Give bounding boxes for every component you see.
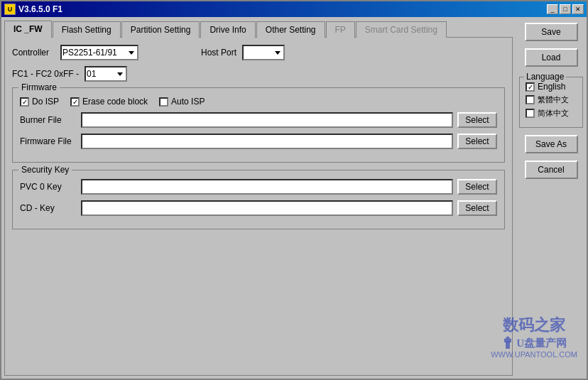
main-content: IC _FW Flash Setting Partition Setting D… — [1, 17, 516, 379]
english-lang-item[interactable]: English — [526, 82, 577, 92]
firmware-group: Firmware Do ISP Erase code block — [12, 87, 505, 163]
traditional-label: 繁體中文 — [538, 94, 569, 105]
fc1fc2-select[interactable]: 01 — [85, 66, 127, 82]
cancel-button[interactable]: Cancel — [525, 161, 578, 179]
language-group: Language English 繁體中文 简体中文 — [519, 77, 583, 128]
traditional-checkbox[interactable] — [526, 95, 535, 104]
erase-code-block-label: Erase code block — [82, 97, 148, 107]
app-icon: U — [4, 4, 16, 15]
erase-code-block-checkbox[interactable] — [70, 97, 80, 107]
minimize-button[interactable]: _ — [547, 4, 558, 14]
language-group-label: Language — [524, 72, 566, 82]
title-bar-left: U V3.6.5.0 F1 — [4, 4, 62, 15]
firmware-file-select-button[interactable]: Select — [457, 134, 497, 149]
tab-fp: FP — [326, 21, 355, 38]
firmware-file-row: Firmware File Select — [20, 134, 497, 149]
pvc0-key-row: PVC 0 Key Select — [20, 179, 497, 195]
host-port-select[interactable] — [242, 45, 285, 60]
load-button[interactable]: Load — [525, 48, 578, 67]
auto-isp-item[interactable]: Auto ISP — [159, 97, 205, 107]
simplified-label: 简体中文 — [538, 108, 569, 119]
burner-file-label: Burner File — [20, 115, 77, 125]
security-key-group: Security Key PVC 0 Key Select CD - Key — [12, 170, 505, 229]
do-isp-label: Do ISP — [32, 97, 59, 107]
cd-key-input[interactable] — [81, 200, 453, 216]
tab-smart-card: Smart Card Setting — [356, 21, 447, 38]
cd-key-select-button[interactable]: Select — [457, 200, 497, 216]
do-isp-item[interactable]: Do ISP — [20, 97, 59, 107]
maximize-button[interactable]: □ — [560, 4, 571, 14]
simplified-lang-item[interactable]: 简体中文 — [526, 108, 577, 119]
window-body: IC _FW Flash Setting Partition Setting D… — [1, 17, 587, 379]
cd-key-row: CD - Key Select — [20, 200, 497, 216]
security-key-group-label: Security Key — [18, 165, 72, 175]
window-title: V3.6.5.0 F1 — [18, 4, 62, 14]
main-window: U V3.6.5.0 F1 _ □ ✕ IC _FW Flash Setting… — [0, 0, 588, 380]
firmware-group-content: Do ISP Erase code block Auto ISP — [20, 97, 497, 149]
traditional-lang-item[interactable]: 繁體中文 — [526, 94, 577, 105]
fc1fc2-row: FC1 - FC2 0xFF - 01 — [12, 66, 505, 82]
auto-isp-checkbox[interactable] — [159, 97, 168, 107]
pvc0-key-select-button[interactable]: Select — [457, 179, 497, 195]
pvc0-key-label: PVC 0 Key — [20, 182, 77, 192]
burner-file-row: Burner File Select — [20, 112, 497, 128]
fc1fc2-label: FC1 - FC2 0xFF - — [12, 69, 79, 79]
tab-other-setting[interactable]: Other Setting — [256, 21, 325, 38]
tab-flash-setting[interactable]: Flash Setting — [53, 21, 121, 38]
right-panel: Save Load Language English 繁體中文 简体中文 Sav — [516, 17, 587, 379]
english-checkbox[interactable] — [526, 82, 535, 92]
firmware-file-label: Firmware File — [20, 136, 77, 146]
title-bar: U V3.6.5.0 F1 _ □ ✕ — [1, 1, 587, 17]
burner-file-input[interactable] — [81, 112, 453, 128]
save-button[interactable]: Save — [525, 23, 578, 41]
host-port-label: Host Port — [201, 48, 236, 58]
firmware-file-input[interactable] — [81, 134, 453, 149]
firmware-group-label: Firmware — [18, 82, 60, 92]
tab-partition-setting[interactable]: Partition Setting — [121, 21, 200, 38]
tab-drive-info[interactable]: Drive Info — [200, 21, 255, 38]
controller-label: Controller — [12, 48, 55, 58]
tab-ic-fw[interactable]: IC _FW — [4, 21, 52, 38]
tab-bar: IC _FW Flash Setting Partition Setting D… — [4, 20, 513, 37]
title-buttons: _ □ ✕ — [547, 4, 584, 14]
cd-key-label: CD - Key — [20, 203, 77, 213]
do-isp-checkbox[interactable] — [20, 97, 29, 107]
panel-content: Controller PS2251-61/91 Host Port FC1 - … — [4, 37, 513, 376]
pvc0-key-input[interactable] — [81, 179, 453, 195]
english-label: English — [538, 82, 565, 92]
firmware-checkboxes: Do ISP Erase code block Auto ISP — [20, 97, 497, 107]
simplified-checkbox[interactable] — [526, 109, 535, 118]
erase-code-block-item[interactable]: Erase code block — [70, 97, 148, 107]
auto-isp-label: Auto ISP — [171, 97, 205, 107]
controller-select[interactable]: PS2251-61/91 — [60, 45, 138, 60]
close-button[interactable]: ✕ — [572, 4, 584, 14]
controller-row: Controller PS2251-61/91 Host Port — [12, 45, 505, 60]
security-key-content: PVC 0 Key Select CD - Key Select — [20, 179, 497, 216]
save-as-button[interactable]: Save As — [525, 135, 578, 153]
burner-file-select-button[interactable]: Select — [457, 112, 497, 128]
